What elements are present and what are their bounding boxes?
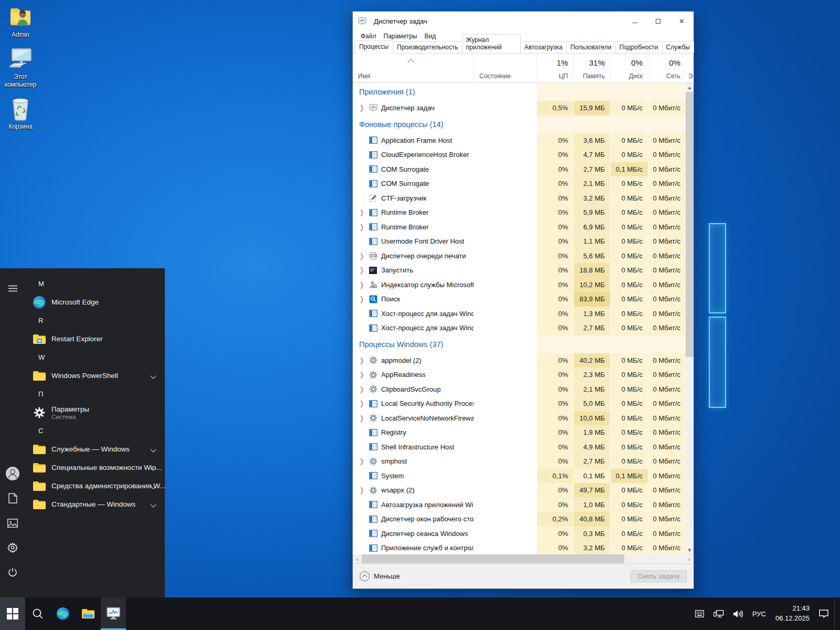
process-row[interactable]: COM Surrogate0%2,7 МБ0,1 МБ/с0 Мбит/с: [353, 162, 686, 177]
horizontal-scrollbar[interactable]: ‹ ›: [353, 554, 694, 563]
process-row[interactable]: Диспетчер окон рабочего стола0,2%40,8 МБ…: [353, 512, 686, 527]
start-letter-header-W[interactable]: W: [25, 348, 166, 366]
process-row[interactable]: ❯Runtime Broker0%5,9 МБ0 МБ/с0 Мбит/с: [353, 205, 686, 220]
expander-chevron-icon[interactable]: ❯: [360, 486, 368, 495]
process-row[interactable]: Приложение служб и контрол...0%3,2 МБ0 М…: [353, 541, 686, 554]
expander-chevron-icon[interactable]: ❯: [360, 400, 368, 408]
tab-подробности[interactable]: Подробности: [615, 41, 663, 53]
show-desktop-button[interactable]: [834, 597, 838, 630]
tab-пользователи[interactable]: Пользователи: [566, 41, 615, 53]
column-header-name[interactable]: Имя: [353, 54, 474, 82]
hamburger-menu-button[interactable]: [0, 276, 25, 301]
process-row[interactable]: ❯Запустить0%18,8 МБ0 МБ/с0 Мбит/с: [353, 263, 686, 278]
process-row[interactable]: CloudExperienceHost Broker0%4,7 МБ0 МБ/с…: [353, 148, 686, 162]
start-item-специальные-возможности-win-[interactable]: Специальные возможности Win...: [25, 458, 166, 477]
fewer-details-button[interactable]: Меньше: [360, 571, 400, 581]
rail-pictures-button[interactable]: [0, 510, 25, 536]
process-row[interactable]: ❯Индексатор службы Microsoft ...0%10,2 М…: [353, 278, 686, 292]
scroll-down-arrow[interactable]: ▼: [686, 545, 694, 554]
column-header-disk[interactable]: 0% Диск: [610, 54, 648, 82]
taskbar-taskmgr-button[interactable]: [101, 597, 126, 630]
expander-chevron-icon[interactable]: ❯: [360, 414, 368, 422]
process-row[interactable]: ❯Runtime Broker0%6,9 МБ0 МБ/с0 Мбит/с: [353, 220, 686, 235]
language-indicator[interactable]: РУС: [749, 597, 770, 630]
clock[interactable]: 21:43 06.12.2025: [772, 597, 813, 630]
start-item-restart-explorer[interactable]: Restart Explorer: [25, 330, 166, 348]
process-row[interactable]: Хост-процесс для задач Windo...0%2,7 МБ0…: [353, 321, 686, 335]
process-row[interactable]: Usermode Font Driver Host0%1,1 МБ0 МБ/с0…: [353, 234, 686, 249]
process-group-header[interactable]: Приложения (1): [353, 83, 686, 101]
desktop-icon-этот-компьютер[interactable]: Этот компьютер: [0, 46, 41, 89]
process-row[interactable]: CTF-загрузчик0%3,2 МБ0 МБ/с0 Мбит/с: [353, 191, 686, 206]
expander-chevron-icon[interactable]: ❯: [360, 385, 368, 393]
rail-user-button[interactable]: [0, 461, 25, 486]
expander-chevron-icon[interactable]: ❯: [360, 371, 368, 379]
tab-журнал приложений[interactable]: Журнал приложений: [462, 34, 521, 53]
column-header-cpu[interactable]: 1% ЦП: [537, 54, 573, 82]
process-row[interactable]: ❯AppReadiness0%2,3 МБ0 МБ/с0 Мбит/с: [353, 368, 686, 382]
tab-автозагрузка[interactable]: Автозагрузка: [520, 41, 567, 53]
taskbar-explorer-button[interactable]: [76, 597, 101, 630]
expander-chevron-icon[interactable]: ❯: [360, 295, 368, 303]
process-row[interactable]: Диспетчер сеанса Windows0%0,3 МБ0 МБ/с0 …: [353, 527, 686, 541]
expander-chevron-icon[interactable]: ❯: [360, 266, 368, 275]
process-row[interactable]: System0,1%0,1 МБ0,1 МБ/с0 Мбит/с: [353, 469, 686, 484]
touch-keyboard-icon[interactable]: [691, 597, 708, 630]
start-letter-header-R[interactable]: R: [25, 311, 166, 330]
action-center-icon[interactable]: [815, 597, 832, 630]
process-row[interactable]: ❯smphost0%2,7 МБ0 МБ/с0 Мбит/с: [353, 454, 686, 469]
menu-файл[interactable]: Файл: [357, 32, 380, 41]
process-row[interactable]: ❯LocalServiceNoNetworkFirewall ...0%10,0…: [353, 411, 686, 426]
vertical-scrollbar-thumb[interactable]: [686, 92, 694, 357]
process-row[interactable]: Shell Infrastructure Host0%4,9 МБ0 МБ/с0…: [353, 440, 686, 455]
horizontal-scrollbar-thumb[interactable]: [362, 554, 624, 563]
expander-chevron-icon[interactable]: ❯: [360, 280, 368, 289]
column-header-network[interactable]: 0% Сеть: [648, 54, 686, 82]
start-item-параметры[interactable]: ПараметрыСистема: [25, 403, 166, 422]
expander-chevron-icon[interactable]: ❯: [360, 251, 368, 260]
tab-производительность[interactable]: Производительность: [393, 41, 462, 53]
expander-chevron-icon[interactable]: ❯: [360, 223, 368, 231]
taskbar-edge-button[interactable]: [50, 597, 76, 630]
titlebar[interactable]: Диспетчер задач ✕: [353, 12, 694, 30]
menu-параметры[interactable]: Параметры: [380, 32, 421, 41]
process-row[interactable]: Хост-процесс для задач Windo...0%1,3 МБ0…: [353, 307, 686, 321]
process-row[interactable]: COM Surrogate0%2,1 МБ0 МБ/с0 Мбит/с: [353, 176, 686, 191]
network-icon[interactable]: [710, 597, 728, 630]
scroll-left-arrow[interactable]: ‹: [353, 554, 362, 563]
menu-вид[interactable]: Вид: [421, 32, 439, 41]
process-row[interactable]: ❯Local Security Authority Process...0%5,…: [353, 396, 686, 411]
close-button[interactable]: ✕: [670, 12, 694, 30]
desktop-icon-корзина[interactable]: Корзина: [0, 96, 41, 131]
rail-power-button[interactable]: [0, 560, 25, 585]
start-letter-header-П[interactable]: П: [25, 385, 166, 403]
tab-службы[interactable]: Службы: [662, 41, 694, 53]
vertical-scrollbar[interactable]: ▲ ▼: [686, 83, 694, 554]
process-row[interactable]: ❯wsappx (2)0%49,7 МБ0 МБ/с0 Мбит/с: [353, 483, 686, 498]
desktop-icon-admin[interactable]: Admin: [0, 4, 41, 39]
maximize-button[interactable]: [646, 12, 670, 30]
process-row[interactable]: ❯appmodel (2)0%40,2 МБ0 МБ/с0 Мбит/с: [353, 353, 686, 368]
rail-documents-button[interactable]: [0, 486, 25, 511]
end-task-button[interactable]: Снять задачу: [631, 570, 687, 582]
expander-chevron-icon[interactable]: ❯: [360, 457, 368, 466]
scroll-right-arrow[interactable]: ›: [685, 554, 694, 563]
start-item-windows-powershell[interactable]: Windows PowerShell: [25, 366, 166, 385]
taskbar-search-button[interactable]: [25, 597, 50, 630]
process-row[interactable]: Registry0%1,9 МБ0 МБ/с0 Мбит/с: [353, 425, 686, 440]
start-item-стандартные-windows[interactable]: Стандартные — Windows: [25, 495, 166, 513]
process-row[interactable]: ❯Диспетчер очереди печати0%5,6 МБ0 МБ/с0…: [353, 249, 686, 264]
start-item-служебные-windows[interactable]: Служебные — Windows: [25, 440, 166, 458]
process-row[interactable]: Application Frame Host0%3,6 МБ0 МБ/с0 Мб…: [353, 133, 686, 148]
process-row[interactable]: ❯Диспетчер задач0,5%15,9 МБ0 МБ/с0 Мбит/…: [353, 101, 686, 116]
start-button[interactable]: [0, 597, 25, 630]
process-group-header[interactable]: Процессы Windows (37): [353, 335, 686, 353]
column-header-status[interactable]: Состояние: [474, 54, 537, 82]
expander-chevron-icon[interactable]: ❯: [360, 104, 368, 112]
expander-chevron-icon[interactable]: ❯: [360, 356, 368, 364]
column-header-memory[interactable]: 31% Память: [573, 54, 610, 82]
tab-процессы[interactable]: Процессы: [354, 40, 393, 54]
rail-settings-button[interactable]: [0, 535, 25, 560]
scroll-up-arrow[interactable]: ▲: [686, 83, 694, 92]
speaker-icon[interactable]: [730, 597, 747, 630]
